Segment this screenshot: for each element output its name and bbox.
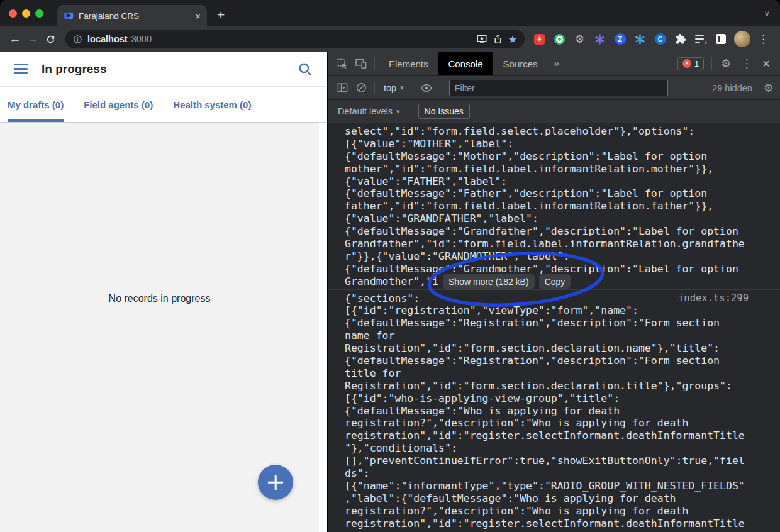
console-log-line: "},"hideHeader":true,"required":true,"hi… — [345, 530, 780, 532]
show-more-button[interactable]: Show more (182 kB) — [443, 274, 535, 289]
console-log-line: [{"value":"MOTHER","label": — [345, 138, 780, 150]
extension-purple-asterisk-icon[interactable] — [594, 33, 606, 45]
copy-button[interactable]: Copy — [539, 274, 571, 289]
console-log-line: [{"id":"who-is-applying-view-group","tit… — [345, 392, 780, 405]
bookmark-star-icon[interactable]: ★ — [508, 33, 517, 45]
tab-sources[interactable]: Sources — [493, 52, 548, 75]
split-screen-icon[interactable] — [715, 33, 727, 45]
clear-console-icon[interactable] — [352, 82, 370, 94]
console-log-line: Registration","id":"form.section.declara… — [345, 342, 780, 355]
live-expression-eye-icon[interactable] — [417, 82, 436, 94]
extensions-row: ✻ ⚙ Z C ♪ — [533, 33, 727, 45]
source-link[interactable]: index.ts:299 — [678, 292, 749, 305]
console-log-line: ds": — [345, 467, 780, 480]
extension-color-asterisk-icon[interactable] — [634, 33, 646, 45]
console-log-line: Grandmother","i Show more (182 kB) Copy — [345, 275, 780, 288]
inspect-element-icon[interactable] — [333, 58, 352, 70]
install-app-icon[interactable] — [476, 33, 488, 45]
address-bar[interactable]: localhost :3000 ★ — [65, 30, 525, 48]
error-count-badge[interactable]: × 1 — [677, 57, 705, 70]
browser-tab[interactable]: Farajaland CRS × — [57, 5, 207, 26]
console-message: select","id":"form.field.select.placehol… — [328, 123, 780, 289]
favicon-opencrvs-icon — [64, 11, 74, 21]
console-log-line: registration?","description":"Who is app… — [345, 417, 780, 429]
tab-console[interactable]: Console — [438, 52, 493, 75]
console-log-line: {"defaultMessage":"Father","description"… — [345, 187, 780, 200]
extension-c-icon[interactable]: C — [654, 33, 666, 45]
app-header: In progress — [0, 52, 327, 87]
back-button[interactable]: ← — [6, 32, 24, 46]
close-window-button[interactable] — [9, 9, 17, 18]
extension-red-icon[interactable]: ✻ — [533, 33, 545, 45]
devtools-close-icon[interactable]: × — [757, 57, 775, 71]
hamburger-menu-icon[interactable] — [14, 64, 28, 74]
console-log-line: {"value":"FATHER","label": — [345, 175, 780, 188]
console-sidebar-toggle-icon[interactable] — [333, 82, 352, 94]
console-log-line: select","id":"form.field.select.placehol… — [345, 125, 780, 138]
extension-z-icon[interactable]: Z — [614, 33, 626, 45]
tab-elements[interactable]: Elements — [379, 52, 438, 75]
url-host: localhost — [87, 34, 128, 44]
url-port: :3000 — [129, 34, 152, 44]
tab-my-drafts[interactable]: My drafts (0) — [8, 87, 64, 122]
page-title: In progress — [42, 62, 106, 76]
reload-icon — [45, 34, 56, 45]
devtools-settings-gear-icon[interactable]: ⚙ — [716, 57, 736, 70]
console-log-line: {"defaultMessage":"Registration","descri… — [345, 317, 780, 330]
tab-search-chevron-icon[interactable]: ∨ — [764, 9, 770, 18]
browser-menu-kebab-icon[interactable]: ⋮ — [758, 33, 769, 46]
console-log-text: Grandmother","i — [345, 275, 438, 288]
browser-window: Farajaland CRS × + ∨ ← → localhost :3000 — [0, 0, 780, 532]
console-log-line: registration?","description":"Who is app… — [345, 505, 780, 518]
console-log-line: mother","id":"form.field.label.informant… — [345, 163, 780, 175]
share-icon[interactable] — [493, 34, 503, 45]
extensions-puzzle-icon[interactable] — [674, 33, 686, 45]
devtools-panel: Elements Console Sources » × 1 ⚙ ⋮ × — [327, 52, 780, 532]
app-pane: In progress My drafts (0) Field agents (… — [0, 52, 327, 532]
console-log-line: registration","id":"register.selectInfor… — [345, 429, 780, 442]
log-levels-dropdown[interactable]: Default levels ▾ — [334, 106, 404, 116]
reload-button[interactable] — [42, 34, 59, 45]
device-toolbar-icon[interactable] — [352, 57, 370, 70]
chevron-down-icon: ▾ — [396, 108, 400, 116]
extension-target-icon[interactable] — [554, 33, 566, 45]
console-levels-bar: Default levels ▾ No Issues — [328, 100, 780, 123]
devtools-menu-kebab-icon[interactable]: ⋮ — [736, 57, 757, 70]
filter-settings-gear-icon[interactable]: ⚙ — [759, 81, 775, 95]
browser-tab-strip: Farajaland CRS × + ∨ — [0, 0, 780, 26]
console-filter-input[interactable] — [449, 80, 668, 96]
new-tab-button[interactable]: + — [217, 8, 225, 23]
tab-close-icon[interactable]: × — [195, 11, 201, 21]
console-log-line: title for — [345, 367, 780, 380]
hidden-messages-count[interactable]: 29 hidden — [712, 83, 752, 93]
page-scrollbar-track[interactable] — [319, 123, 327, 532]
more-tabs-icon[interactable]: » — [548, 58, 566, 69]
console-message: {"sections": index.ts:299 [{"id":"regist… — [328, 289, 780, 532]
console-log-line: {"defaultMessage":"Who is applying for d… — [345, 405, 780, 418]
devtools-tab-bar: Elements Console Sources » × 1 ⚙ ⋮ × — [328, 52, 780, 76]
console-log-line: {"defaultMessage":"Mother","description"… — [345, 150, 780, 163]
console-log-line: [{"id":"registration","viewType":"form",… — [345, 304, 780, 317]
profile-avatar[interactable] — [734, 31, 750, 47]
playlist-icon[interactable]: ♪ — [694, 33, 706, 45]
new-declaration-fab[interactable] — [258, 465, 293, 500]
no-issues-badge[interactable]: No Issues — [418, 104, 470, 119]
extension-gear-icon[interactable]: ⚙ — [574, 33, 586, 45]
site-info-icon[interactable] — [73, 35, 82, 44]
tab-field-agents[interactable]: Field agents (0) — [84, 87, 153, 122]
minimize-window-button[interactable] — [22, 9, 30, 18]
tab-health-system[interactable]: Health system (0) — [173, 87, 251, 122]
console-log-line: Registration","id":"form.section.declara… — [345, 380, 780, 392]
context-selector[interactable]: top ▾ — [379, 83, 409, 93]
console-log-line: "},"conditionals": — [345, 442, 780, 455]
console-log-line: [{"name":"informantType","type":"RADIO_G… — [345, 480, 780, 492]
search-icon[interactable] — [297, 61, 313, 77]
window-controls — [9, 9, 43, 18]
console-log-text: {"sections": — [345, 292, 420, 305]
empty-state-message: No records in progress — [0, 293, 319, 304]
console-log-line: ,"label":{"defaultMessage":"Who is apply… — [345, 492, 780, 505]
maximize-window-button[interactable] — [35, 9, 43, 18]
forward-button[interactable]: → — [24, 32, 42, 46]
console-log-line: father","id":"form.field.label.informant… — [345, 200, 780, 213]
console-log-line: {"defaultMessage":"Registration","descri… — [345, 355, 780, 367]
